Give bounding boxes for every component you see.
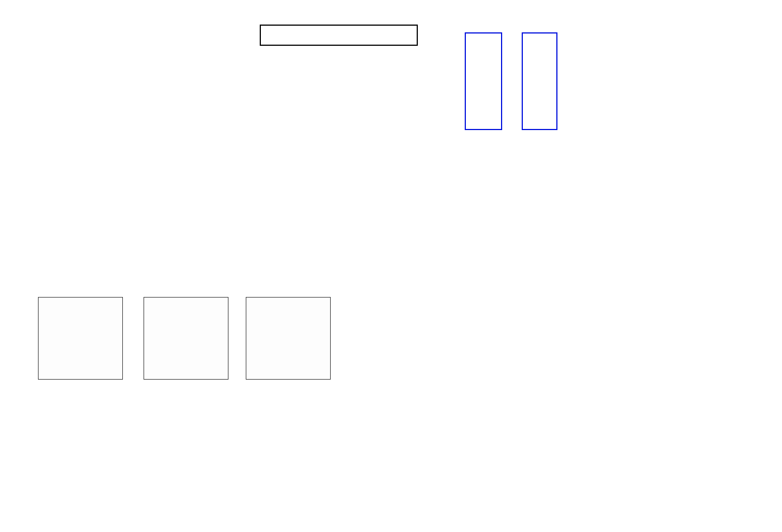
clean-image-panel	[522, 32, 557, 130]
catalog-match-table	[38, 426, 306, 505]
elixer-report-page: { "header": { "left": "EW: 1.2±0.4Å P(LA…	[0, 0, 782, 532]
hsc-cutout-overlay	[246, 298, 330, 379]
spec2d-panel	[260, 17, 455, 141]
weighted-sum-row	[260, 25, 418, 46]
weighted-smoothed-image	[366, 26, 416, 45]
fiber-positions-panel	[27, 282, 131, 404]
full-spectrum-canvas	[51, 194, 730, 250]
line-fit-plot-canvas	[569, 29, 733, 124]
with-sky-image	[466, 33, 501, 129]
weighted-2dspec-image	[261, 26, 315, 45]
lineflux-map-overlay	[144, 298, 228, 379]
fiber-positions-overlay	[39, 298, 122, 379]
with-sky-panel	[465, 32, 502, 130]
full-spectrum-plot	[51, 150, 736, 261]
clean-image	[523, 33, 556, 129]
line-fit-plot	[569, 29, 736, 125]
hsc-cutout-panel	[235, 282, 338, 404]
line-label-strip	[59, 150, 724, 194]
lineflux-map-panel	[133, 282, 236, 404]
